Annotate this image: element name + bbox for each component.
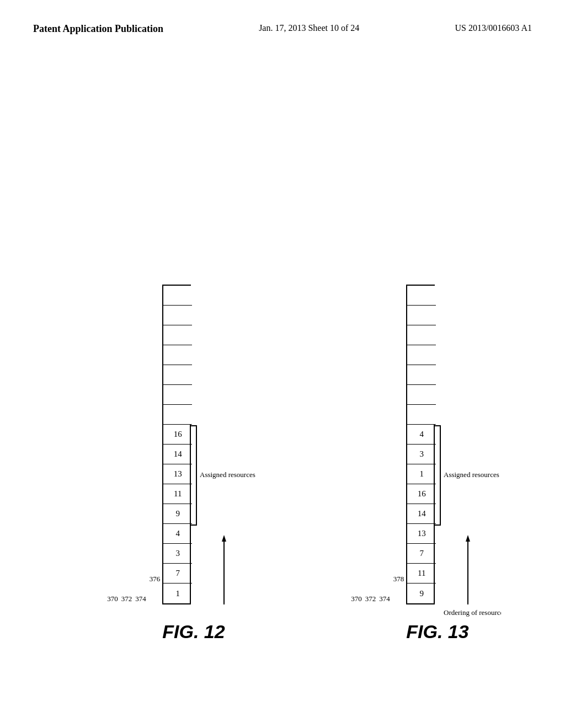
fig13-cell-7: 7 [407,544,436,564]
publication-number: US 2013/0016603 A1 [455,22,532,34]
fig12-column: 16 14 13 11 9 4 3 7 1 [162,285,191,604]
fig13-bracket-svg: Assigned resources Ordering of resources [435,287,501,629]
fig12-empty-7 [163,405,192,425]
fig12-empty-6 [163,385,192,405]
svg-text:Ordering of resources: Ordering of resources [444,608,501,617]
fig12-ref-372: 372 [121,595,132,603]
fig13-empty-4 [407,345,436,365]
fig12-cell-16: 16 [163,425,192,445]
fig13-cell-14: 14 [407,504,436,524]
fig12-cell-7: 7 [163,564,192,584]
publication-date-sheet: Jan. 17, 2013 Sheet 10 of 24 [259,22,359,34]
page-header: Patent Application Publication Jan. 17, … [0,0,565,36]
fig12-ref-374: 374 [135,595,146,603]
fig12-cell-14: 14 [163,445,192,464]
fig13-container: 370 372 374 378 [351,285,468,643]
fig12-cell-3: 3 [163,544,192,564]
fig12-cell-11: 11 [163,484,192,504]
fig12-diagram: 370 372 374 376 [107,285,191,604]
fig12-bracket-svg: Assigned resources Ordering of resources [191,287,257,604]
fig13-empty-3 [407,325,436,345]
fig13-empty-7 [407,405,436,425]
fig12-empty-4 [163,345,192,365]
fig13-cell-4: 4 [407,425,436,445]
fig13-ref-378: 378 [393,575,404,584]
svg-marker-6 [466,535,470,542]
fig13-ref-labels: 370 372 374 378 [351,426,404,604]
fig13-cell-9: 9 [407,584,436,603]
fig12-container: 370 372 374 376 [107,285,225,643]
fig13-empty-5 [407,365,436,385]
fig12-empty-2 [163,306,192,325]
fig13-cell-3: 3 [407,445,436,464]
fig13-cell-13: 13 [407,524,436,544]
fig13-empty-1 [407,286,436,306]
fig13-empty-2 [407,306,436,325]
fig12-cell-9: 9 [163,504,192,524]
fig12-empty-1 [163,286,192,306]
svg-text:Assigned resources: Assigned resources [444,470,499,479]
main-content: 370 372 374 376 [0,36,565,698]
fig12-ref-labels: 370 372 374 376 [107,426,160,604]
svg-text:Assigned resources: Assigned resources [200,470,255,479]
fig12-ref-376: 376 [150,575,161,584]
fig13-diagram: 370 372 374 378 [351,285,435,604]
fig13-empty-6 [407,385,436,405]
fig12-empty-5 [163,365,192,385]
fig13-ref-374: 374 [379,595,390,603]
fig12-cell-1: 1 [163,584,192,603]
fig13-column: 4 3 1 16 14 13 7 11 9 [406,285,435,604]
fig12-empty-3 [163,325,192,345]
fig13-ref-370: 370 [351,595,362,603]
fig12-ref-370: 370 [107,595,118,603]
fig13-cell-16: 16 [407,484,436,504]
fig12-label: FIG. 12 [162,621,225,643]
fig13-cell-11: 11 [407,564,436,584]
publication-type: Patent Application Publication [33,22,163,36]
fig12-cell-13: 13 [163,464,192,484]
fig12-cell-4: 4 [163,524,192,544]
svg-marker-2 [222,535,226,542]
fig13-ref-372: 372 [365,595,376,603]
fig13-cell-1: 1 [407,464,436,484]
